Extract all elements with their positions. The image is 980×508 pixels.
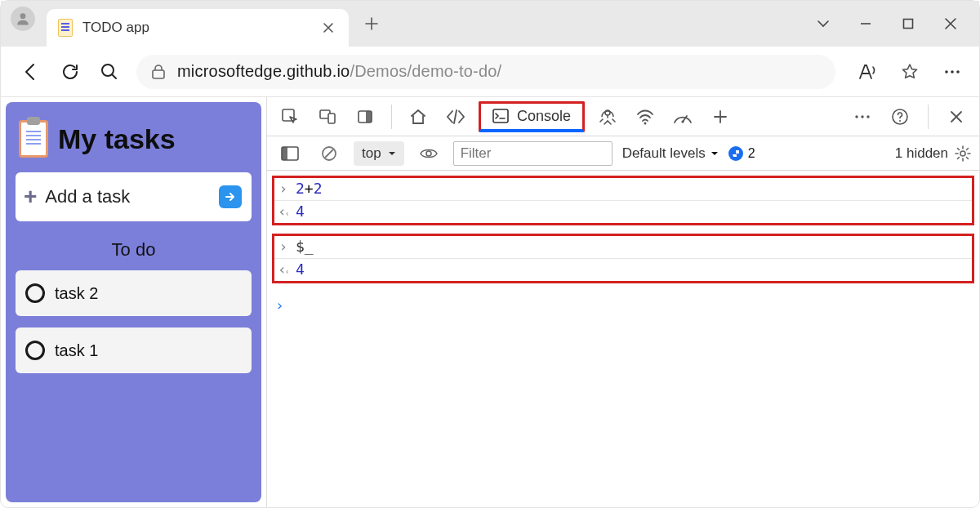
browser-tab[interactable]: TODO app: [47, 9, 349, 47]
submit-arrow-icon[interactable]: [219, 185, 242, 208]
console-input-line: ›2+2: [274, 178, 972, 201]
devtools-tabs: Console: [267, 97, 979, 136]
plus-icon: +: [24, 184, 37, 210]
output-chevron-icon: ‹: [278, 261, 289, 278]
sources-tab-icon[interactable]: [593, 102, 622, 131]
maximize-button[interactable]: [896, 11, 920, 36]
issues-button[interactable]: 2: [728, 146, 755, 161]
read-aloud-icon[interactable]: [855, 60, 880, 84]
svg-rect-1: [904, 20, 913, 29]
todo-app: My tasks + Add a task To do task 2task 1: [6, 102, 261, 502]
page-viewport: My tasks + Add a task To do task 2task 1: [1, 97, 266, 507]
page-heading: My tasks: [58, 123, 176, 155]
svg-point-16: [855, 115, 858, 118]
task-checkbox[interactable]: [25, 283, 45, 303]
address-bar[interactable]: microsoftedge.github.io/Demos/demo-to-do…: [136, 55, 835, 89]
page-favicon-clipboard: [58, 19, 73, 37]
console-text: 4: [296, 261, 305, 278]
console-tab[interactable]: Console: [479, 101, 585, 132]
url-text: microsoftedge.github.io/Demos/demo-to-do…: [177, 62, 501, 81]
svg-rect-9: [328, 114, 335, 123]
prompt-chevron-icon: ›: [275, 296, 284, 314]
console-prompt[interactable]: ›: [267, 292, 979, 317]
log-levels-dropdown[interactable]: Default levels: [622, 145, 719, 162]
console-icon: [492, 109, 509, 123]
new-tab-button[interactable]: [355, 7, 388, 40]
console-output-line: ‹4: [274, 201, 972, 223]
window-controls: [811, 1, 976, 47]
devtools-more-icon[interactable]: [848, 102, 877, 131]
network-tab-icon[interactable]: [630, 102, 660, 131]
svg-rect-7: [283, 109, 294, 121]
add-tab-icon[interactable]: [706, 102, 735, 131]
titlebar: TODO app: [1, 1, 979, 47]
help-icon[interactable]: [885, 102, 915, 131]
console-text: $_: [296, 238, 314, 255]
input-chevron-icon: ›: [278, 238, 289, 255]
more-icon[interactable]: [940, 60, 964, 84]
reload-button[interactable]: [58, 60, 82, 84]
minimize-button[interactable]: [853, 11, 878, 36]
clipboard-icon: [19, 120, 48, 158]
main-area: My tasks + Add a task To do task 2task 1: [1, 97, 979, 507]
add-task-placeholder: Add a task: [45, 186, 211, 207]
back-button[interactable]: [19, 60, 43, 84]
performance-tab-icon[interactable]: [668, 102, 697, 131]
live-expression-icon[interactable]: [414, 139, 443, 168]
toggle-sidebar-icon[interactable]: [275, 139, 305, 168]
task-row[interactable]: task 2: [16, 270, 252, 316]
dock-side-icon[interactable]: [350, 102, 380, 131]
svg-rect-11: [366, 111, 372, 123]
hidden-messages[interactable]: 1 hidden: [895, 145, 971, 162]
svg-point-25: [960, 151, 965, 156]
console-input-line: ›$_: [274, 236, 972, 259]
svg-point-24: [426, 151, 431, 156]
console-log[interactable]: ›2+2‹4›$_‹4›: [267, 171, 979, 507]
lock-icon: [151, 64, 166, 80]
clear-console-icon[interactable]: [314, 139, 344, 168]
svg-point-5: [951, 70, 954, 74]
close-window-button[interactable]: [938, 11, 963, 36]
svg-rect-22: [282, 147, 287, 160]
console-tab-label: Console: [517, 108, 571, 125]
svg-rect-12: [493, 109, 508, 123]
hidden-label: 1 hidden: [895, 145, 948, 162]
devtools-close-icon[interactable]: [942, 102, 971, 131]
task-list: task 2task 1: [16, 270, 252, 373]
tab-close-button[interactable]: [319, 19, 337, 37]
task-label: task 1: [55, 341, 98, 360]
task-row[interactable]: task 1: [16, 328, 252, 373]
output-chevron-icon: ‹: [278, 203, 289, 220]
device-emulation-icon[interactable]: [313, 102, 342, 131]
browser-window: TODO app microsoftedge.github.io/Demos/d…: [0, 0, 980, 508]
search-button[interactable]: [97, 60, 122, 84]
input-chevron-icon: ›: [278, 180, 289, 197]
favorite-icon[interactable]: [898, 60, 922, 84]
elements-tab-icon[interactable]: [441, 102, 470, 131]
filter-input[interactable]: [453, 141, 612, 166]
navigation-bar: microsoftedge.github.io/Demos/demo-to-do…: [1, 47, 979, 97]
levels-label: Default levels: [622, 145, 706, 162]
add-task-input[interactable]: + Add a task: [16, 172, 252, 221]
task-label: task 2: [55, 284, 98, 303]
welcome-tab-icon[interactable]: [403, 102, 433, 131]
issues-badge-icon: [728, 146, 743, 161]
issues-count: 2: [748, 146, 755, 161]
inspect-element-icon[interactable]: [275, 102, 305, 131]
chevron-down-icon[interactable]: [811, 11, 835, 36]
url-actions: [855, 60, 964, 84]
context-label: top: [362, 145, 381, 162]
svg-rect-3: [153, 70, 164, 78]
svg-point-18: [866, 115, 869, 118]
svg-point-14: [644, 122, 647, 124]
svg-point-20: [899, 120, 901, 122]
svg-point-6: [956, 70, 960, 74]
profile-avatar[interactable]: [11, 7, 35, 31]
tab-title: TODO app: [82, 20, 310, 36]
devtools-panel: Console top Default levels: [266, 97, 979, 507]
svg-point-4: [945, 70, 948, 74]
context-selector[interactable]: top: [354, 141, 404, 166]
task-checkbox[interactable]: [25, 341, 45, 360]
console-output-line: ‹4: [274, 259, 972, 281]
console-settings-icon[interactable]: [955, 145, 971, 162]
